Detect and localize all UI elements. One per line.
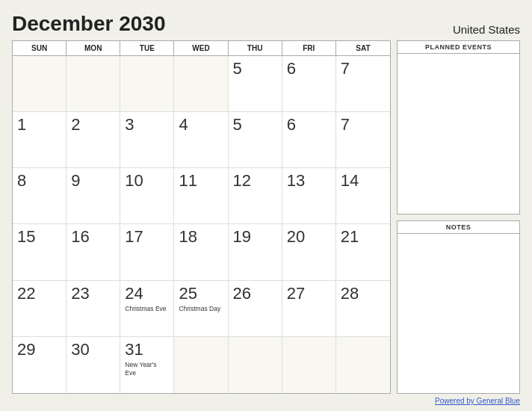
- col-sun: SUN: [13, 41, 66, 55]
- table-row: [66, 56, 120, 112]
- table-row: 5: [229, 112, 282, 168]
- table-row: 30: [66, 337, 120, 393]
- col-mon: MON: [66, 41, 120, 55]
- table-row: 29: [13, 337, 66, 393]
- table-row: 23: [66, 281, 120, 337]
- sidebar: PLANNED EVENTS NOTES: [397, 40, 520, 394]
- table-row: 6: [282, 112, 336, 168]
- table-row: [229, 337, 282, 393]
- notes-content: [398, 234, 519, 394]
- table-row: 25 Christmas Day: [174, 281, 228, 337]
- planned-events-panel: PLANNED EVENTS: [397, 40, 520, 214]
- calendar-header: SUN MON TUE WED THU FRI SAT: [13, 41, 390, 56]
- table-row: 12: [229, 168, 282, 224]
- col-thu: THU: [229, 41, 282, 55]
- table-row: [174, 56, 228, 112]
- table-row: [336, 337, 390, 393]
- powered-by-link[interactable]: Powered by General Blue: [435, 397, 520, 405]
- notes-title: NOTES: [398, 221, 519, 234]
- col-sat: SAT: [336, 41, 390, 55]
- table-row: 7: [336, 56, 390, 112]
- planned-events-content: [398, 54, 519, 214]
- table-row: 16: [66, 224, 120, 280]
- table-row: 14: [336, 168, 390, 224]
- table-row: 17: [120, 224, 174, 280]
- table-row: 27: [282, 281, 336, 337]
- table-row: [174, 337, 228, 393]
- table-row: 3: [120, 112, 174, 168]
- table-row: 8: [13, 168, 66, 224]
- table-row: 31 New Year'sEve: [120, 337, 174, 393]
- table-row: 10: [120, 168, 174, 224]
- table-row: 9: [66, 168, 120, 224]
- table-row: 15: [13, 224, 66, 280]
- calendar: SUN MON TUE WED THU FRI SAT 5 6 7 1 2: [12, 40, 391, 394]
- footer: Powered by General Blue: [12, 397, 520, 405]
- col-fri: FRI: [282, 41, 336, 55]
- table-row: 6: [282, 56, 336, 112]
- table-row: [120, 56, 174, 112]
- table-row: 20: [282, 224, 336, 280]
- table-row: 26: [229, 281, 282, 337]
- table-row: 21: [336, 224, 390, 280]
- table-row: 1: [13, 112, 66, 168]
- table-row: [282, 337, 336, 393]
- col-tue: TUE: [120, 41, 174, 55]
- table-row: 11: [174, 168, 228, 224]
- table-row: 2: [66, 112, 120, 168]
- table-row: 7: [336, 112, 390, 168]
- table-row: 13: [282, 168, 336, 224]
- table-row: 4: [174, 112, 228, 168]
- table-row: 19: [229, 224, 282, 280]
- event-christmas-eve: Christmas Eve: [125, 305, 166, 313]
- page-title: December 2030: [12, 12, 165, 36]
- page: December 2030 United States SUN MON TUE …: [0, 0, 532, 411]
- country-label: United States: [453, 23, 520, 36]
- notes-panel: NOTES: [397, 220, 520, 395]
- event-new-years-eve: New Year'sEve: [125, 361, 156, 377]
- main-area: SUN MON TUE WED THU FRI SAT 5 6 7 1 2: [12, 40, 520, 394]
- planned-events-title: PLANNED EVENTS: [398, 41, 519, 54]
- table-row: 22: [13, 281, 66, 337]
- table-row: 24 Christmas Eve: [120, 281, 174, 337]
- table-row: 5: [229, 56, 282, 112]
- header: December 2030 United States: [12, 12, 520, 36]
- table-row: 28: [336, 281, 390, 337]
- table-row: [13, 56, 66, 112]
- event-christmas-day: Christmas Day: [179, 305, 220, 313]
- table-row: 18: [174, 224, 228, 280]
- col-wed: WED: [174, 41, 228, 55]
- calendar-body: 5 6 7 1 2 3 4 5 6 7 8 9 10 11 12 13 14: [13, 56, 390, 393]
